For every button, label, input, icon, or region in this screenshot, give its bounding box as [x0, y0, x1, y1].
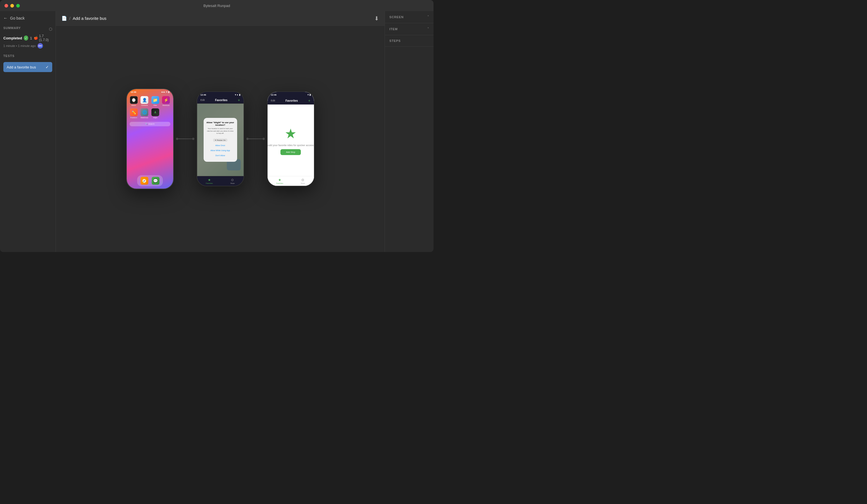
phone3-tabbar: ★ Favorites ⊙ Stops	[268, 176, 314, 186]
contacts-app-img: 👤	[140, 96, 148, 104]
phone1-statusbar: 12:46 ●●● ▾ ▮	[127, 89, 173, 94]
phone3-wifi-icon: ▾	[308, 94, 309, 96]
phone3-nav-plus: +	[308, 98, 310, 103]
battery-icon: ▮	[168, 91, 169, 93]
right-panel: SCREEN ˅ ITEM ˅ STEPS	[385, 11, 434, 252]
files-app-img: 📁	[151, 96, 159, 104]
phone3-time: 12:46	[271, 94, 277, 96]
add-stop-button[interactable]: Add Stop	[280, 149, 301, 155]
modal-title: Allow "Alight" to use your location?	[206, 121, 234, 126]
fullscreen-button[interactable]	[16, 4, 20, 8]
freeform-app-img: ✏️	[130, 108, 138, 116]
phone3-favorites-tab-label: Favorites	[276, 182, 283, 184]
messages-dock-icon: 💬	[152, 177, 160, 185]
screen-section-header[interactable]: SCREEN ˅	[389, 15, 429, 19]
tests-section: TESTS Add a favorite bus ✓	[3, 54, 52, 72]
phone2-wifi-icon: ●	[237, 94, 238, 96]
connector-dot-1	[176, 138, 178, 140]
completed-label: Completed	[3, 36, 22, 40]
files-app-label: Files	[153, 105, 157, 106]
watch-app-img: ⌚	[130, 96, 138, 104]
phone3-favorites-tab-icon: ★	[278, 178, 281, 182]
dont-allow-button[interactable]: Don't Allow	[206, 153, 234, 158]
item-section: ITEM ˅	[385, 23, 434, 35]
steps-title: STEPS	[389, 39, 400, 42]
window-title: Bytesalt Runpad	[203, 4, 230, 8]
wifi-icon: ▾	[166, 91, 167, 93]
minimize-button[interactable]	[10, 4, 14, 8]
summary-header: SUMMARY ⬡	[3, 26, 52, 32]
favorites-tab[interactable]: ★ Favorites	[206, 178, 213, 184]
files-app-icon: 📁 Files	[151, 96, 160, 106]
avatar-initials: DV	[39, 44, 42, 47]
phone3-battery-icon: ▮	[310, 94, 311, 96]
folder-icon: 📄	[62, 15, 67, 21]
shortcuts-app-icon: ⚡ Shortcuts	[162, 96, 170, 106]
safari-dock-icon: 🧭	[140, 177, 148, 185]
app-window: Bytesalt Runpad ← Go back SUMMARY ⬡ Comp…	[0, 0, 434, 252]
screen-title: SCREEN	[389, 15, 404, 19]
phone3-status-icons: ▾ ▮	[308, 94, 311, 96]
phone1-screen: 12:46 ●●● ▾ ▮ ⌚ Watch	[127, 89, 173, 189]
alight-app-label: Alight	[153, 117, 157, 118]
item-chevron-icon: ˅	[427, 27, 429, 31]
phone3-content: ★ Add your favorite rides for quicker ac…	[268, 105, 314, 176]
breadcrumb: 📄 / Add a favorite bus	[62, 15, 106, 21]
meta-row: 1 minute • 1 minute ago DV	[3, 43, 52, 49]
empty-state-text: Add your favorite rides for quicker acce…	[268, 143, 314, 147]
phone3-favorites-tab[interactable]: ★ Favorites	[276, 178, 283, 184]
contacts-app-icon: 👤 Contacts	[140, 96, 149, 106]
phone2-statusbar: 12:46 ▾ ● ▮	[197, 92, 244, 97]
version-text: 1.7 (1.7.0)	[39, 34, 52, 42]
phone1-search-bar: 🔍 Search	[130, 122, 170, 126]
screen-section: SCREEN ˅	[385, 11, 434, 23]
download-button[interactable]: ⬇	[374, 15, 379, 22]
connector-line-1	[178, 139, 192, 139]
item-section-header[interactable]: ITEM ˅	[389, 27, 429, 31]
phone2-navbar: Edit Favorites +	[197, 97, 244, 104]
completed-count: 1	[30, 36, 32, 40]
phone2-battery-icon: ▮	[239, 94, 240, 96]
phone2-map: Allow "Alight" to use your location? You…	[197, 104, 244, 176]
content-header: 📄 / Add a favorite bus ⬇	[56, 11, 385, 26]
steps-section-header[interactable]: STEPS	[389, 39, 429, 42]
test-item-label: Add a favorite bus	[7, 65, 36, 69]
item-title: ITEM	[389, 28, 398, 31]
star-icon: ★	[285, 126, 297, 141]
contacts-app-label: Contacts	[141, 105, 148, 106]
stops-tab[interactable]: ⊙ Stops	[231, 178, 235, 184]
alight-app-img: A	[151, 108, 159, 116]
go-back-button[interactable]: ← Go back	[3, 15, 52, 21]
test-item[interactable]: Add a favorite bus ✓	[3, 62, 52, 72]
watch-app-icon: ⌚ Watch	[130, 96, 138, 106]
phone3-nav-left: Edit	[271, 99, 275, 102]
freeform-app-label: Freeform	[130, 117, 137, 118]
phone3-nav-title: Favorites	[286, 99, 298, 102]
phones-container: 12:46 ●●● ▾ ▮ ⌚ Watch	[126, 88, 314, 189]
connector-1	[174, 138, 197, 140]
phone3-stops-tab-label: Stops	[301, 182, 305, 184]
phone1-dock: 🧭 💬	[137, 175, 163, 186]
test-check-icon: ✓	[45, 65, 49, 69]
watch-app-label: Watch	[131, 105, 136, 106]
apple-icon: 🍎	[34, 36, 38, 40]
avatar: DV	[38, 43, 43, 49]
phone3-stops-tab[interactable]: ⊙ Stops	[301, 178, 305, 184]
sidebar: ← Go back SUMMARY ⬡ Completed ✓ 1 🍎 1.7 …	[0, 11, 56, 252]
allow-while-using-button[interactable]: Allow While Using App	[206, 148, 234, 152]
close-button[interactable]	[4, 4, 8, 8]
traffic-lights	[4, 4, 20, 8]
arrow-left-icon: ←	[3, 15, 8, 21]
phone2-signal-icon: ▾	[235, 94, 236, 96]
phone2-nav-left: Edit	[201, 99, 205, 101]
phone2-time: 12:46	[201, 94, 206, 96]
connector-dot-3	[246, 138, 249, 140]
connector-dot-2	[192, 138, 194, 140]
steps-section: STEPS	[385, 35, 434, 47]
allow-once-button[interactable]: Allow Once	[206, 143, 234, 148]
summary-section: SUMMARY ⬡ Completed ✓ 1 🍎 1.7 (1.7.0) 1 …	[3, 26, 52, 49]
phone2-tabbar: ★ Favorites ⊙ Stops	[197, 176, 244, 186]
freeform-app-icon: ✏️ Freeform	[130, 108, 138, 118]
webdriver-app-img: 🌐	[140, 108, 148, 116]
export-button[interactable]: ⬡	[49, 27, 52, 31]
